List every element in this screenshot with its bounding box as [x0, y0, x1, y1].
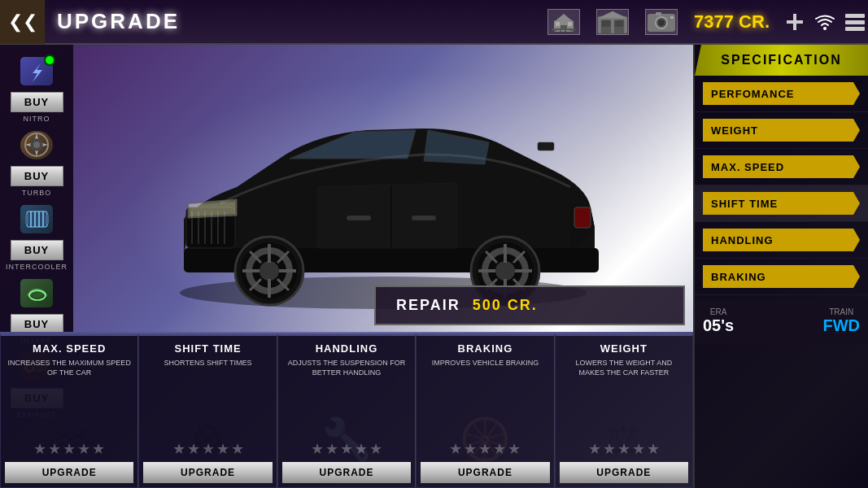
card-title-handling: HANDLING — [316, 342, 378, 355]
svg-rect-19 — [670, 16, 674, 19]
top-icons — [547, 9, 678, 35]
repair-button[interactable]: REPAIR 500 CR. — [374, 285, 685, 325]
card-watermark-braking: 🛞 — [460, 416, 510, 463]
svg-rect-35 — [46, 215, 49, 224]
repair-area: REPAIR 500 CR. — [374, 285, 685, 325]
upgrade-button-handling[interactable]: UPGRADE — [282, 462, 411, 483]
turbo-label: TURBO — [22, 189, 52, 197]
card-title-braking: BRAKING — [458, 342, 513, 355]
card-watermark-weight: ⚖ — [605, 416, 642, 463]
spec-item-shifttime[interactable]: SHIFT TIME — [695, 185, 868, 222]
spec-label-weight: WEIGHT — [711, 124, 758, 137]
turbo-icon — [20, 131, 53, 159]
home-icon[interactable] — [547, 9, 580, 35]
svg-point-22 — [823, 27, 827, 30]
spec-label-braking: BRAKING — [711, 271, 766, 283]
nitro-icon-box — [16, 53, 57, 89]
spec-label-performance: PERFOMANCE — [711, 88, 794, 100]
svg-rect-24 — [845, 20, 865, 24]
svg-rect-3 — [556, 22, 560, 26]
upgrade-cards-container: MAX. SPEED INCREASES THE MAXIMUM SPEED O… — [0, 333, 693, 488]
svg-rect-4 — [568, 22, 572, 26]
spec-bar-performance: PERFOMANCE — [703, 82, 860, 105]
svg-rect-25 — [845, 27, 865, 31]
spec-bar-weight: WEIGHT — [703, 119, 860, 142]
svg-marker-10 — [598, 11, 627, 18]
turbo-buy-button[interactable]: BUY — [11, 166, 63, 186]
upgrade-card-weight: WEIGHT LOWERS THE WEIGHT AND MAKES THE C… — [555, 333, 693, 488]
svg-rect-6 — [556, 30, 560, 32]
train-value: FWD — [822, 316, 860, 335]
top-bar: ❮❮ UPGRADE — [0, 0, 868, 45]
era-sublabel: ERA — [703, 307, 734, 316]
wifi-icon[interactable] — [812, 9, 838, 35]
upgrade-button-maxspeed[interactable]: UPGRADE — [5, 462, 133, 483]
upgrade-button-weight[interactable]: UPGRADE — [560, 462, 688, 483]
svg-point-17 — [658, 20, 665, 26]
spec-bar-maxspeed: MAX. SPEED — [703, 155, 860, 178]
photo-icon[interactable] — [645, 9, 678, 35]
svg-rect-13 — [602, 20, 610, 27]
intercooler-icon-box — [16, 201, 57, 237]
left-sidebar: BUY NITRO BUY TURBO — [0, 45, 73, 333]
svg-rect-7 — [561, 30, 565, 32]
intake-icon — [20, 279, 53, 307]
top-ctrl-icons — [782, 9, 868, 35]
spec-label-handling: HANDLING — [711, 234, 774, 246]
repair-label: REPAIR — [396, 297, 460, 314]
svg-point-28 — [33, 142, 40, 148]
spec-bar-shifttime: SHIFT TIME — [703, 192, 860, 215]
spec-bar-braking: BRAKING — [703, 265, 860, 288]
card-watermark-handling: 🔧 — [321, 416, 372, 463]
svg-point-37 — [33, 293, 42, 298]
svg-rect-79 — [538, 142, 554, 150]
card-watermark-shifttime: ⚙ — [190, 416, 226, 463]
intercooler-icon — [20, 205, 53, 233]
spec-item-maxspeed[interactable]: MAX. SPEED — [695, 149, 868, 185]
card-title-maxspeed: MAX. SPEED — [33, 342, 106, 355]
svg-rect-52 — [347, 216, 371, 220]
svg-rect-8 — [566, 30, 569, 32]
spec-item-weight[interactable]: WEIGHT — [695, 112, 868, 149]
credits-display: 7377 CR. — [694, 11, 770, 33]
sidebar-item-nitro: BUY NITRO — [4, 53, 69, 123]
divider — [0, 332, 693, 333]
specification-panel: SPECIFICATION PERFOMANCE WEIGHT MAX. SPE… — [693, 45, 868, 488]
upgrade-card-maxspeed: MAX. SPEED INCREASES THE MAXIMUM SPEED O… — [0, 333, 138, 488]
svg-marker-1 — [554, 14, 574, 22]
svg-rect-29 — [27, 211, 47, 227]
nitro-buy-button[interactable]: BUY — [11, 92, 63, 112]
upgrade-button-braking[interactable]: UPGRADE — [421, 462, 549, 483]
svg-rect-14 — [615, 20, 623, 27]
svg-rect-18 — [656, 12, 661, 15]
upgrade-card-shifttime: SHIFT TIME SHORTENS SHIFT TIMES ★ ★ ★ ★ … — [138, 333, 277, 488]
menu-icon[interactable] — [842, 9, 868, 35]
svg-rect-53 — [412, 216, 436, 220]
page-title: UPGRADE — [57, 9, 180, 34]
train-info: TRAIN FWD — [822, 307, 860, 335]
spec-item-braking[interactable]: BRAKING — [695, 259, 868, 295]
intake-icon-box — [16, 275, 57, 312]
spec-label-maxspeed: MAX. SPEED — [711, 161, 784, 173]
garage-icon[interactable] — [596, 9, 629, 35]
upgrade-card-braking: BRAKING IMPROVES VEHICLE BRAKING ★ ★ ★ ★… — [416, 333, 554, 488]
spec-item-handling[interactable]: HANDLING — [695, 222, 868, 259]
spec-item-performance[interactable]: PERFOMANCE — [695, 76, 868, 112]
intercooler-label: INTERCOOLER — [6, 263, 68, 271]
svg-rect-23 — [845, 14, 865, 18]
repair-cost: 500 CR. — [473, 297, 538, 314]
train-sublabel: TRAIN — [822, 307, 860, 316]
plus-icon[interactable] — [782, 9, 808, 35]
svg-rect-34 — [25, 215, 28, 224]
specification-header: SPECIFICATION — [695, 45, 868, 76]
spec-label-shifttime: SHIFT TIME — [711, 198, 778, 210]
era-info: ERA 05's — [703, 307, 734, 335]
sidebar-item-turbo: BUY TURBO — [4, 127, 69, 197]
intercooler-buy-button[interactable]: BUY — [11, 240, 63, 260]
back-button[interactable]: ❮❮ — [0, 0, 45, 44]
card-title-weight: WEIGHT — [600, 342, 648, 355]
upgrade-button-shifttime[interactable]: UPGRADE — [143, 462, 272, 483]
svg-rect-21 — [787, 20, 803, 24]
svg-point-69 — [495, 261, 515, 281]
card-watermark-maxspeed: 🏎 — [49, 416, 89, 463]
